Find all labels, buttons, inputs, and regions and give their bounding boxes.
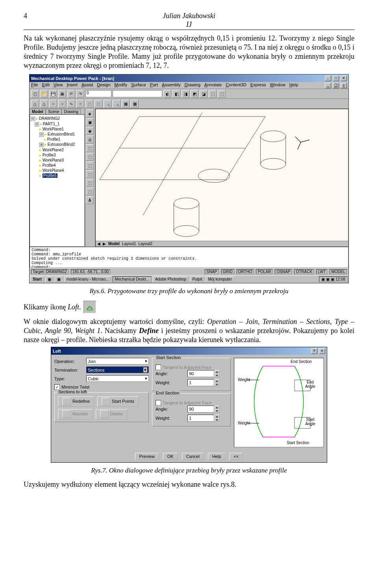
doc-minimize-icon[interactable]: _ [325,83,331,88]
shape-icon[interactable]: ◌ [94,100,102,108]
tool-icon[interactable]: ◐ [163,90,171,98]
vtool-icon[interactable]: ◉ [86,127,94,135]
vtool-icon[interactable]: ◈ [86,110,94,117]
menu-file[interactable]: File [31,82,38,88]
tool-icon[interactable]: ▦ [122,100,130,108]
termination-dropdown[interactable]: Sections▾ [86,367,149,373]
menu-assist[interactable]: Assist [82,82,93,88]
tree-node[interactable]: ▸ Profile4 [31,163,83,168]
spin-down-icon[interactable]: ▼ [214,383,220,386]
vtool-icon[interactable]: ⬚ [86,153,94,161]
text-icon[interactable]: A [86,196,94,204]
menu-express[interactable]: Express [250,82,266,88]
redo-icon[interactable]: ↷ [76,90,84,98]
type-dropdown[interactable]: Cubic▾ [86,375,149,382]
menu-content3d[interactable]: Content3D [226,82,246,88]
layer-dropdown[interactable]: 0 [85,90,111,97]
print-icon[interactable]: 🖶 [58,90,66,98]
vtool-icon[interactable]: ⬚ [86,144,94,152]
mode-otrack[interactable]: OTRACK [294,269,314,274]
tray-icon[interactable]: ▣ [326,277,330,281]
quicklaunch-icon[interactable]: ▣ [55,276,63,282]
start-angle-input[interactable]: ▲▼ [187,370,220,377]
vtool-icon[interactable]: ◎ [86,136,94,143]
save-icon[interactable]: 💾 [49,90,57,98]
start-button[interactable]: Start [30,276,44,282]
mode-snap[interactable]: SNAP [205,269,219,274]
end-angle-input[interactable]: ▲▼ [187,406,220,413]
vtool-icon[interactable]: ⬚ [86,162,94,169]
menu-insert[interactable]: Insert [67,82,78,88]
menu-window[interactable]: Window [270,82,285,88]
tool-icon[interactable]: ◧ [172,90,180,98]
shape-icon[interactable]: △ [31,100,39,108]
tree-node[interactable]: ⊟▸ ExtrusionBlind1 [31,132,83,137]
shape-icon[interactable]: ∿ [67,100,75,108]
menu-surface[interactable]: Surface [131,82,146,88]
tab-scene[interactable]: Scene [46,109,61,114]
tool-icon[interactable]: ▦ [131,100,139,108]
spin-up-icon[interactable]: ▲ [214,379,220,383]
tree-node[interactable]: ▸ WorkPlane3 [31,158,83,163]
tree-node[interactable]: ▸ WorkPlane4 [31,168,83,173]
mode-lwt[interactable]: LWT [316,269,327,274]
spin-up-icon[interactable]: ▲ [214,370,220,374]
menu-assembly[interactable]: Assembly [162,82,181,88]
minimize-twist-checkbox[interactable]: ✓ Minimize Twist [54,384,149,390]
menu-modify[interactable]: Modify [115,82,127,88]
feature-tree[interactable]: ⊟▸ DRAWING2⊟▸ PART1_1▸ WorkPlane1⊟▸ Extr… [30,114,85,247]
doc-restore-icon[interactable]: ❐ [333,83,339,88]
cancel-button[interactable]: Cancel [182,453,204,460]
spin-down-icon[interactable]: ▼ [214,374,220,377]
task-item[interactable]: Pulpit [190,276,204,282]
tab-model[interactable]: Model [30,109,46,114]
spin-up-icon[interactable]: ▲ [214,415,220,418]
quicklaunch-icon[interactable]: ▣ [45,276,54,282]
shape-icon[interactable]: ◌ [85,100,93,108]
menu-part[interactable]: Part [150,82,158,88]
tree-node[interactable]: ⊞▸ ExtrusionBlind2 [31,142,83,147]
shape-icon[interactable]: ○ [76,100,84,108]
tray-icon[interactable]: ▣ [331,277,334,281]
menu-annotate[interactable]: Annotate [204,82,222,88]
magnify-icon[interactable]: 🔍 [104,100,111,108]
mode-osnap[interactable]: OSNAP [275,269,292,274]
tool-icon[interactable]: ◩ [191,90,198,98]
command-line[interactable]: Command: Command: amu_1profile Solved un… [30,247,348,268]
redefine-button[interactable]: Redefine [58,396,94,407]
vtab-nav-icon[interactable]: ◀ [97,242,100,246]
linetype-dropdown[interactable] [113,90,162,97]
tray-icon[interactable]: ▣ [321,277,325,281]
magnify-icon[interactable]: 🔍 [113,100,120,108]
spin-down-icon[interactable]: ▼ [214,409,220,413]
tool-icon[interactable]: ⬚ [218,90,226,98]
mode-polar[interactable]: POLAR [256,269,272,274]
spin-down-icon[interactable]: ▼ [214,418,220,422]
end-weight-input[interactable]: ▲▼ [187,415,220,422]
loft-icon[interactable] [83,301,96,313]
spin-up-icon[interactable]: ▲ [214,406,220,409]
task-item[interactable]: Mój komputer [206,276,234,282]
startpoints-button[interactable]: Start Points [97,396,139,407]
vtool-icon[interactable]: ⬚ [86,179,94,187]
tree-node[interactable]: ▸ Profile3 [31,153,83,158]
help-button[interactable]: Help [208,453,226,460]
close-icon[interactable]: × [319,348,325,354]
start-weight-input[interactable]: ▲▼ [187,379,220,386]
new-icon[interactable]: ▢ [31,90,39,98]
vtab-nav-icon[interactable]: ▶ [103,242,106,246]
tree-node[interactable]: ▸ WorkPlane2 [31,147,83,153]
mode-model[interactable]: MODEL [330,269,347,274]
tab-drawing[interactable]: Drawing [61,109,81,114]
collapse-button[interactable]: << [230,453,243,460]
maximize-icon[interactable]: □ [333,76,339,81]
shape-icon[interactable]: ○ [58,100,66,108]
help-icon[interactable]: ? [311,348,317,354]
mode-ortho[interactable]: ORTHO [237,269,254,274]
close-icon[interactable]: × [341,76,347,81]
ok-button[interactable]: OK [163,453,178,460]
menu-design[interactable]: Design [97,82,110,88]
vtab-model[interactable]: Model [108,242,120,246]
doc-close-icon[interactable]: × [341,83,347,88]
vtool-icon[interactable]: ⬚ [86,188,94,195]
